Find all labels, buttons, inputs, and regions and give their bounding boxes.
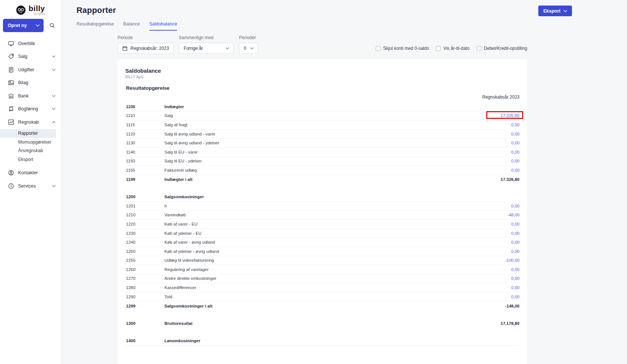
bank-icon <box>8 93 14 99</box>
account-name: Salgsomkostninger <box>164 195 519 199</box>
sidebar-item-udgifter[interactable]: Udgifter <box>0 63 61 76</box>
table-row: 1140 Salg til EU - varer 0,00 <box>125 148 520 157</box>
account-no: 1299 <box>125 304 164 308</box>
account-value[interactable]: 0,00 <box>511 295 520 299</box>
account-no: 1300 <box>125 321 164 326</box>
account-name: Salg til øvrig udland - ydelser <box>164 141 511 145</box>
tab-balance[interactable]: Balance <box>123 21 140 31</box>
row-spacer <box>125 184 520 192</box>
account-name: Udlæg til viderefakturering <box>164 258 505 262</box>
sidebar-item-label: Kontakter <box>18 170 38 175</box>
sidebar-item-overblik[interactable]: Overblik <box>0 37 61 50</box>
sidebar-item-bogfoering[interactable]: Bogføring <box>0 103 61 116</box>
filters-row: Periode Regnskabsår: 2023 Sammenlign med… <box>117 35 527 54</box>
account-value[interactable]: 0,00 <box>511 204 520 208</box>
billy-logo-text: billy <box>28 5 45 12</box>
checkbox-skjul-0-saldo[interactable]: Skjul konti med 0-saldo <box>376 46 429 51</box>
image-icon <box>8 80 14 86</box>
table-row: 1300 Bruttoresultat 17.178,80 <box>125 319 520 328</box>
sammenlign-select[interactable]: Forrige år <box>179 43 234 54</box>
tab-saldobalance[interactable]: Saldobalance <box>149 21 177 31</box>
billy-logo[interactable]: billy by Ageras <box>0 0 61 19</box>
account-name: Salg til EU - ydelser <box>164 159 511 163</box>
tab-resultatopgoerelse[interactable]: Resultatopgørelse <box>76 21 114 31</box>
account-value[interactable]: 17.326,80 <box>501 113 520 118</box>
table-row: 1110 Salg 17.326,80 <box>125 111 520 121</box>
checkbox-box <box>436 46 441 51</box>
perioder-select[interactable]: 0 <box>239 43 258 54</box>
sidebar-subitem-label: Årsregnskab <box>18 148 43 153</box>
create-row: Opret ny <box>0 19 61 32</box>
sidebar-item-bilag[interactable]: Bilag <box>0 76 61 90</box>
monitor-icon <box>8 41 14 47</box>
account-value[interactable]: 0,00 <box>511 123 520 127</box>
table-row: 1280 Kassedifferencer 0,00 <box>125 283 520 292</box>
account-value[interactable]: -48,00 <box>507 213 520 217</box>
chevron-down-icon <box>226 47 229 49</box>
account-no: 1155 <box>125 168 164 172</box>
sidebar-item-services[interactable]: Services <box>0 179 61 193</box>
account-name: Lønomkostninger <box>164 339 519 343</box>
account-name: Kassedifferencer <box>164 285 511 290</box>
account-value[interactable]: 0,00 <box>511 159 520 163</box>
billy-logo-subtext: by Ageras <box>34 13 45 15</box>
perioder-value: 0 <box>244 46 246 51</box>
periode-select[interactable]: Regnskabsår: 2023 <box>117 43 174 54</box>
account-value[interactable]: 0,00 <box>511 222 520 226</box>
sidebar-subitem-eksport[interactable]: Eksport <box>0 155 56 164</box>
account-value[interactable]: 0,00 <box>511 240 520 244</box>
table-row: 1255 Udlæg til viderefakturering -100,00 <box>125 256 520 265</box>
table-row: 1290 Told 0,00 <box>125 292 520 302</box>
account-value[interactable]: 0,00 <box>511 249 520 254</box>
report-section-heading: Resultatopgørelse <box>126 85 520 91</box>
account-value[interactable]: 0,00 <box>511 285 520 290</box>
sidebar-subitem-aarsregnskab[interactable]: Årsregnskab <box>0 147 56 155</box>
account-name: Salg af fragt <box>164 123 511 127</box>
table-row: 1260 Regulering af varelager 0,00 <box>125 265 520 274</box>
export-button-label: Eksport <box>543 8 560 14</box>
sidebar-item-bank[interactable]: Bank <box>0 89 61 103</box>
account-no: 1260 <box>125 267 164 272</box>
table-row: 1155 Faktureret udlæg 0,00 <box>125 166 520 175</box>
create-new-button[interactable]: Opret ny <box>3 19 44 32</box>
export-button[interactable]: Eksport <box>538 6 572 16</box>
account-name: h <box>164 204 511 208</box>
checkbox-box <box>376 46 381 51</box>
checkbox-label: Vis år-til-dato <box>443 46 469 51</box>
services-icon <box>8 183 14 189</box>
account-value[interactable]: 0,00 <box>511 276 520 281</box>
account-value: 17.178,80 <box>501 321 520 326</box>
sidebar-item-kontakter[interactable]: Kontakter <box>0 166 61 180</box>
account-name: Køb af ydelser - EU <box>164 231 511 236</box>
table-row: 1240 Køb af varer - øvrig udland 0,00 <box>125 238 520 247</box>
chevron-down-icon <box>52 69 55 71</box>
checkbox-debet-kredit[interactable]: Debet/Kredit-opstilling <box>477 46 527 51</box>
account-value[interactable]: 0,00 <box>511 132 520 136</box>
account-value[interactable]: 0,00 <box>511 150 520 154</box>
sidebar-item-regnskab[interactable]: Regnskab <box>0 116 61 129</box>
billy-logo-icon <box>16 5 26 15</box>
sidebar: billy by Ageras Opret ny Overblik Salg <box>0 0 61 364</box>
checkbox-vis-aar-til-dato[interactable]: Vis år-til-dato <box>436 46 469 51</box>
account-value[interactable]: -100,00 <box>505 258 520 262</box>
sidebar-subitem-rapporter[interactable]: Rapporter <box>0 129 56 138</box>
account-no: 1280 <box>125 285 164 290</box>
sammenlign-filter: Sammenlign med Forrige år <box>179 35 234 54</box>
account-no: 1115 <box>125 123 164 127</box>
account-value[interactable]: 0,00 <box>511 141 520 145</box>
sidebar-item-label: Salg <box>18 54 27 59</box>
periode-value: Regnskabsår: 2023 <box>130 46 169 51</box>
sidebar-subitem-momsopgoerelser[interactable]: Momsopgørelser <box>0 138 56 147</box>
search-button[interactable] <box>47 20 57 31</box>
chevron-down-icon <box>52 95 55 97</box>
account-value[interactable]: 0,00 <box>511 267 520 272</box>
table-row: 1230 Køb af ydelser - EU 0,00 <box>125 229 520 238</box>
account-no: 1201 <box>125 204 164 208</box>
table-row: 1299 Salgsomkostninger i alt -148,00 <box>125 301 520 310</box>
account-name: Køb af varer - EU <box>164 222 511 226</box>
account-value[interactable]: 0,00 <box>511 168 520 172</box>
account-no: 1210 <box>125 213 164 217</box>
account-name: Vareindkøb <box>164 213 507 217</box>
sidebar-item-salg[interactable]: Salg <box>0 50 61 63</box>
account-value[interactable]: 0,00 <box>511 231 520 236</box>
